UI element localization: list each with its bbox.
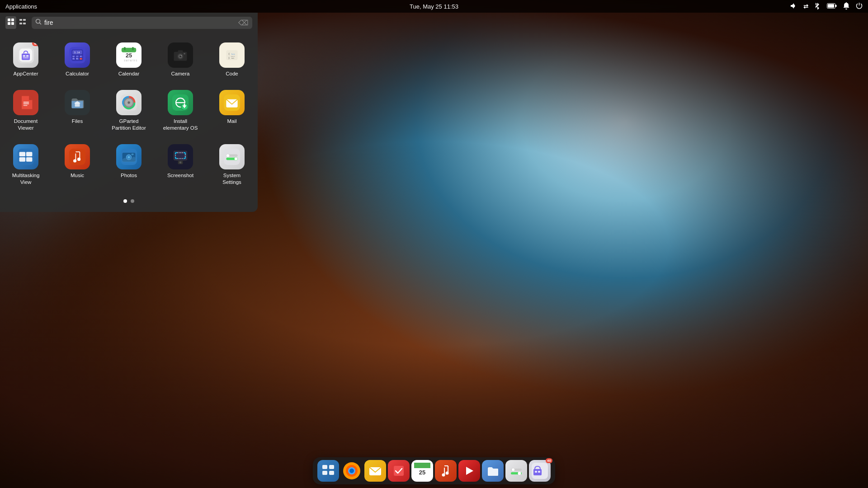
svg-rect-4 bbox=[11, 19, 14, 21]
svg-rect-36 bbox=[122, 48, 136, 52]
svg-rect-6 bbox=[11, 22, 14, 25]
svg-text:8: 8 bbox=[76, 58, 77, 60]
svg-text:S M T W T F S: S M T W T F S bbox=[124, 60, 137, 62]
svg-rect-94 bbox=[131, 154, 133, 155]
notification-icon[interactable] bbox=[843, 2, 849, 11]
svg-rect-16 bbox=[23, 55, 25, 57]
screenshot-label: Screenshot bbox=[167, 172, 193, 179]
svg-text:init: init bbox=[231, 56, 235, 57]
svg-rect-7 bbox=[19, 19, 22, 21]
page-dot-1[interactable] bbox=[123, 199, 127, 203]
app-item-camera[interactable]: Camera bbox=[156, 37, 205, 83]
svg-point-71 bbox=[127, 101, 130, 103]
dock-item-browser[interactable] bbox=[341, 460, 363, 482]
app-item-appcenter[interactable]: 40 AppCenter bbox=[1, 37, 51, 83]
svg-point-113 bbox=[234, 157, 237, 160]
search-clear-button[interactable]: ⌫ bbox=[238, 19, 249, 27]
svg-rect-83 bbox=[26, 152, 33, 156]
app-item-calendar[interactable]: 25 S M T W T F S Calendar bbox=[104, 37, 154, 83]
app-item-code[interactable]: { ··· } func init run Code bbox=[207, 37, 257, 83]
dock-item-sysset[interactable] bbox=[505, 460, 527, 482]
svg-text:}: } bbox=[228, 56, 230, 59]
svg-rect-37 bbox=[124, 47, 126, 50]
app-item-files[interactable]: Files bbox=[52, 84, 102, 137]
dock-item-music[interactable] bbox=[435, 460, 457, 482]
svg-point-121 bbox=[349, 469, 354, 473]
list-view-button[interactable] bbox=[17, 16, 28, 29]
appcenter-label: AppCenter bbox=[14, 70, 38, 77]
app-item-sysset[interactable]: System Settings bbox=[207, 139, 257, 191]
svg-rect-86 bbox=[69, 149, 85, 165]
dock-item-calendar[interactable]: 25 bbox=[411, 460, 433, 482]
svg-point-127 bbox=[442, 474, 445, 477]
gparted-label: GParted Partition Editor bbox=[111, 118, 147, 131]
svg-rect-1 bbox=[828, 4, 834, 8]
docviewer-label: Document Viewer bbox=[8, 118, 44, 131]
dock-item-videos[interactable] bbox=[458, 460, 480, 482]
svg-rect-117 bbox=[329, 471, 334, 475]
svg-text:7: 7 bbox=[73, 58, 74, 60]
svg-rect-5 bbox=[8, 22, 10, 25]
svg-text:25: 25 bbox=[419, 469, 425, 476]
bluetooth-icon[interactable] bbox=[814, 2, 821, 11]
svg-rect-125 bbox=[414, 463, 430, 468]
multitask-label: Multitasking View bbox=[8, 172, 44, 186]
camera-label: Camera bbox=[171, 70, 190, 77]
launcher-topbar: ⌫ bbox=[0, 13, 258, 33]
power-icon[interactable] bbox=[856, 2, 863, 10]
svg-rect-84 bbox=[19, 157, 26, 162]
svg-point-107 bbox=[179, 161, 182, 164]
panel-right: ⇄ bbox=[790, 2, 863, 11]
app-launcher: ⌫ 40 AppCenter bbox=[0, 13, 258, 212]
mail-label: Mail bbox=[227, 118, 236, 125]
app-item-multitask[interactable]: Multitasking View bbox=[1, 139, 51, 191]
app-item-calculator[interactable]: 3.14 + - × 7 8 = Calculator bbox=[52, 37, 102, 83]
dock-item-files[interactable] bbox=[482, 460, 504, 482]
svg-rect-116 bbox=[322, 471, 327, 475]
search-input[interactable] bbox=[44, 19, 236, 26]
svg-rect-135 bbox=[533, 469, 542, 475]
svg-rect-8 bbox=[23, 19, 26, 21]
svg-rect-62 bbox=[24, 102, 29, 103]
svg-point-49 bbox=[181, 55, 182, 56]
svg-point-128 bbox=[446, 472, 449, 475]
apps-grid: 40 AppCenter 3.14 + - bbox=[0, 33, 258, 196]
svg-point-111 bbox=[226, 154, 229, 157]
dock-item-tasks[interactable] bbox=[388, 460, 410, 482]
network-icon[interactable]: ⇄ bbox=[803, 3, 808, 10]
photos-label: Photos bbox=[121, 172, 137, 179]
panel-datetime: Tue, May 25 11:53 bbox=[410, 3, 458, 10]
top-panel: Applications Tue, May 25 11:53 ⇄ bbox=[0, 0, 868, 13]
dock: 25 bbox=[313, 457, 555, 484]
app-item-screenshot[interactable]: Screenshot bbox=[156, 139, 205, 191]
svg-text:×: × bbox=[80, 56, 81, 57]
app-item-music[interactable]: Music bbox=[52, 139, 102, 191]
svg-rect-17 bbox=[26, 55, 28, 57]
dock-item-mail[interactable] bbox=[364, 460, 386, 482]
svg-rect-9 bbox=[19, 23, 22, 24]
app-item-photos[interactable]: Photos bbox=[104, 139, 154, 191]
appcenter-badge: 40 bbox=[32, 42, 38, 46]
app-item-mail[interactable]: Mail bbox=[207, 84, 257, 137]
svg-rect-64 bbox=[24, 105, 28, 106]
svg-point-133 bbox=[518, 472, 521, 475]
svg-rect-15 bbox=[22, 53, 30, 60]
svg-line-12 bbox=[40, 23, 42, 25]
svg-rect-78 bbox=[184, 103, 185, 106]
app-item-gparted[interactable]: GParted Partition Editor bbox=[104, 84, 154, 137]
page-dot-2[interactable] bbox=[131, 199, 134, 203]
dock-item-multitask[interactable] bbox=[317, 460, 339, 482]
volume-icon[interactable] bbox=[790, 2, 797, 11]
battery-icon[interactable] bbox=[827, 3, 837, 9]
svg-text:3.14: 3.14 bbox=[74, 51, 80, 54]
svg-rect-108 bbox=[176, 160, 184, 160]
svg-rect-50 bbox=[184, 53, 185, 55]
search-bar[interactable]: ⌫ bbox=[32, 17, 252, 29]
svg-point-11 bbox=[36, 19, 40, 23]
dock-item-appcenter[interactable]: 40 bbox=[529, 460, 551, 482]
applications-menu-button[interactable]: Applications bbox=[5, 3, 37, 10]
app-item-docviewer[interactable]: Document Viewer bbox=[1, 84, 51, 137]
grid-view-button[interactable] bbox=[5, 16, 16, 29]
svg-rect-82 bbox=[19, 152, 26, 156]
app-item-install[interactable]: Install elementary OS bbox=[156, 84, 205, 137]
